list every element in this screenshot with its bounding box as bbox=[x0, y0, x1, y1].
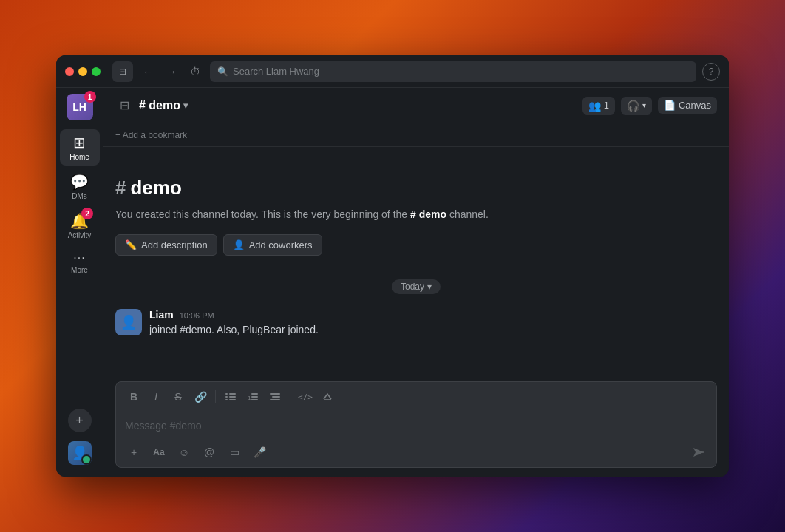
notification-badge: 1 bbox=[84, 91, 96, 103]
bold-button[interactable]: B bbox=[123, 386, 144, 407]
sidebar-item-dms-label: DMs bbox=[72, 192, 87, 200]
clip-button[interactable]: ▭ bbox=[224, 442, 245, 463]
date-divider: Today ▾ bbox=[115, 279, 717, 294]
toolbar-divider-1 bbox=[215, 390, 216, 403]
svg-rect-8 bbox=[251, 396, 258, 398]
svg-rect-0 bbox=[225, 393, 228, 395]
add-description-button[interactable]: ✏️ Add description bbox=[115, 234, 217, 256]
user-avatar[interactable]: LH 1 bbox=[67, 94, 93, 120]
close-button[interactable] bbox=[65, 67, 74, 76]
help-button[interactable]: ? bbox=[702, 63, 720, 81]
input-footer: + Aa ☺ @ ▭ 🎤 bbox=[116, 439, 716, 467]
message: 👤 Liam 10:06 PM joined #demo. Also, Plug… bbox=[115, 306, 717, 344]
channel-header: ⊟ # demo ▾ 👥 1 🎧 ▾ 📄 bbox=[103, 88, 729, 123]
traffic-lights bbox=[65, 67, 101, 76]
send-button[interactable] bbox=[688, 442, 709, 463]
add-coworkers-button[interactable]: 👤 Add coworkers bbox=[223, 234, 322, 256]
add-workspace-button[interactable]: + bbox=[68, 409, 92, 432]
maximize-button[interactable] bbox=[92, 67, 101, 76]
description-icon: ✏️ bbox=[125, 239, 137, 250]
svg-rect-10 bbox=[270, 393, 280, 395]
indent-button[interactable] bbox=[265, 386, 285, 407]
bullet-list-icon bbox=[225, 392, 236, 402]
svg-rect-12 bbox=[270, 399, 280, 400]
sidebar-item-more[interactable]: ··· More bbox=[60, 247, 100, 279]
svg-rect-4 bbox=[225, 399, 228, 400]
activity-badge: 2 bbox=[81, 208, 93, 219]
user-profile-avatar[interactable]: 👤 bbox=[68, 441, 92, 465]
titlebar: ⊟ ← → ⏱ 🔍 Search Liam Hwang ? bbox=[56, 55, 729, 88]
emoji-button[interactable]: ☺ bbox=[174, 442, 194, 463]
sidebar-item-activity-label: Activity bbox=[68, 231, 92, 239]
date-pill[interactable]: Today ▾ bbox=[392, 279, 441, 294]
more-formatting-icon bbox=[322, 392, 333, 402]
canvas-button[interactable]: 📄 Canvas bbox=[658, 97, 717, 114]
sidebar-item-home-label: Home bbox=[69, 153, 89, 161]
back-button[interactable]: ← bbox=[139, 63, 157, 81]
sidebar-item-dms[interactable]: 💬 DMs bbox=[60, 168, 100, 205]
input-toolbar: B I S 🔗 bbox=[116, 382, 716, 412]
search-icon: 🔍 bbox=[217, 66, 228, 77]
message-author: Liam bbox=[149, 309, 174, 321]
huddle-chevron: ▾ bbox=[642, 101, 646, 109]
svg-rect-11 bbox=[272, 396, 280, 398]
main-layout: LH 1 ⊞ Home 💬 DMs 🔔 2 Activity ··· M bbox=[56, 88, 729, 477]
search-bar[interactable]: 🔍 Search Liam Hwang bbox=[210, 61, 696, 82]
bookmark-bar: + Add a bookmark bbox=[103, 123, 729, 147]
message-header: Liam 10:06 PM bbox=[149, 309, 717, 321]
svg-rect-2 bbox=[225, 396, 228, 398]
headphone-icon: 🎧 bbox=[627, 100, 639, 112]
channel-intro-title: # demo bbox=[115, 177, 717, 200]
text-format-button[interactable]: Aa bbox=[149, 442, 169, 463]
more-icon: ··· bbox=[73, 251, 85, 265]
bullet-list-button[interactable] bbox=[220, 386, 241, 407]
input-field-row[interactable]: Message #demo bbox=[116, 412, 716, 439]
message-input-area: B I S 🔗 bbox=[103, 375, 729, 477]
channel-intro-text: You created this channel today. This is … bbox=[115, 207, 717, 222]
add-person-icon: 👤 bbox=[233, 239, 245, 250]
channel-name[interactable]: # demo ▾ bbox=[139, 99, 188, 112]
channel-dropdown-icon: ▾ bbox=[183, 100, 188, 111]
message-content: Liam 10:06 PM joined #demo. Also, PlugBe… bbox=[149, 309, 717, 338]
sidebar-toggle-icon[interactable]: ⊟ bbox=[115, 97, 133, 115]
channel-content: # demo You created this channel today. T… bbox=[103, 147, 729, 375]
input-placeholder[interactable]: Message #demo bbox=[125, 420, 707, 432]
sidebar-toggle-titlebar[interactable]: ⊟ bbox=[112, 61, 133, 82]
svg-rect-3 bbox=[229, 396, 236, 398]
indent-icon bbox=[270, 392, 280, 402]
svg-rect-9 bbox=[251, 399, 258, 400]
minimize-button[interactable] bbox=[78, 67, 87, 76]
huddle-button[interactable]: 🎧 ▾ bbox=[621, 97, 652, 115]
add-bookmark-button[interactable]: + Add a bookmark bbox=[115, 130, 187, 140]
forward-button[interactable]: → bbox=[163, 63, 180, 81]
attach-button[interactable]: + bbox=[123, 442, 144, 463]
mention-button[interactable]: @ bbox=[199, 442, 220, 463]
app-window: ⊟ ← → ⏱ 🔍 Search Liam Hwang ? LH 1 ⊞ bbox=[56, 55, 729, 477]
canvas-icon: 📄 bbox=[664, 100, 676, 111]
strikethrough-button[interactable]: S bbox=[168, 386, 188, 407]
member-count-button[interactable]: 👥 1 bbox=[582, 97, 615, 115]
members-icon: 👥 bbox=[588, 100, 601, 112]
more-formatting-button[interactable] bbox=[317, 386, 338, 407]
ordered-list-button[interactable]: 1. bbox=[242, 386, 263, 407]
message-avatar: 👤 bbox=[115, 309, 142, 335]
sidebar-item-home[interactable]: ⊞ Home bbox=[60, 129, 100, 166]
channel-intro: # demo You created this channel today. T… bbox=[115, 162, 717, 267]
sidebar-item-activity[interactable]: 🔔 2 Activity bbox=[60, 208, 100, 244]
toolbar-divider-2 bbox=[290, 390, 290, 403]
send-icon bbox=[692, 446, 705, 459]
italic-button[interactable]: I bbox=[146, 386, 166, 407]
dms-icon: 💬 bbox=[70, 173, 89, 191]
message-time: 10:06 PM bbox=[180, 311, 214, 320]
channel-actions: ✏️ Add description 👤 Add coworkers bbox=[115, 234, 717, 256]
message-input-box: B I S 🔗 bbox=[115, 381, 717, 468]
svg-rect-5 bbox=[229, 399, 236, 400]
link-button[interactable]: 🔗 bbox=[190, 386, 211, 407]
mic-button[interactable]: 🎤 bbox=[249, 442, 270, 463]
home-icon: ⊞ bbox=[73, 134, 86, 151]
sidebar-item-more-label: More bbox=[71, 266, 88, 274]
date-chevron-icon: ▾ bbox=[427, 282, 432, 292]
header-actions: 👥 1 🎧 ▾ 📄 Canvas bbox=[582, 97, 717, 115]
code-button[interactable]: </> bbox=[295, 386, 316, 407]
history-button[interactable]: ⏱ bbox=[186, 63, 204, 81]
